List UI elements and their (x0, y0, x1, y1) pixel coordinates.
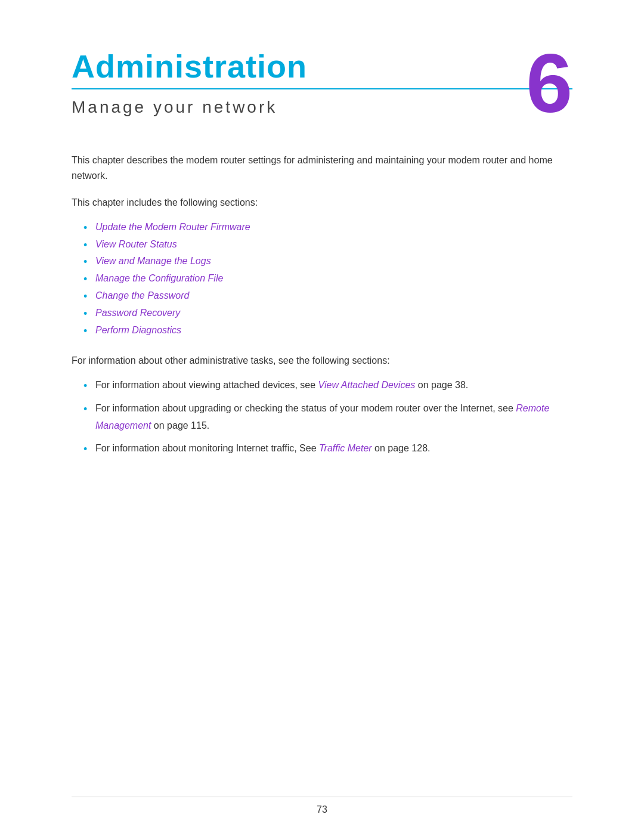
chapter-title: Administration (72, 48, 572, 85)
list-item: Manage the Configuration File (83, 270, 572, 287)
additional-bullets-list: For information about viewing attached d… (72, 377, 572, 457)
list-item: For information about upgrading or check… (83, 400, 572, 435)
section-intro: This chapter includes the following sect… (72, 195, 572, 210)
list-item: For information about monitoring Interne… (83, 440, 572, 457)
list-item: View and Manage the Logs (83, 253, 572, 270)
intro-paragraph-1: This chapter describes the modem router … (72, 153, 572, 183)
link-view-attached-devices[interactable]: View Attached Devices (318, 380, 416, 390)
link-traffic-meter[interactable]: Traffic Meter (319, 443, 372, 453)
footer-divider (72, 797, 572, 797)
link-view-router-status[interactable]: View Router Status (95, 239, 177, 249)
bullet-prefix-3: For information about monitoring Interne… (95, 443, 319, 453)
section-links-list: Update the Modem Router Firmware View Ro… (72, 219, 572, 339)
link-view-manage-logs[interactable]: View and Manage the Logs (95, 256, 211, 266)
list-item: Update the Modem Router Firmware (83, 219, 572, 236)
list-item: Password Recovery (83, 305, 572, 322)
header-section: Administration Manage your network 6 (72, 48, 572, 117)
additional-info-intro: For information about other administrati… (72, 353, 572, 368)
bullet-suffix-2: on page 115. (151, 420, 209, 431)
list-item: Perform Diagnostics (83, 322, 572, 339)
chapter-divider (72, 88, 572, 89)
chapter-subtitle: Manage your network (72, 98, 572, 117)
link-update-firmware[interactable]: Update the Modem Router Firmware (95, 222, 250, 232)
link-manage-config-file[interactable]: Manage the Configuration File (95, 273, 223, 283)
bullet-suffix-1: on page 38. (415, 380, 468, 390)
list-item: View Router Status (83, 236, 572, 253)
link-perform-diagnostics[interactable]: Perform Diagnostics (95, 325, 181, 335)
list-item: For information about viewing attached d… (83, 377, 572, 394)
bullet-prefix-2: For information about upgrading or check… (95, 403, 516, 413)
bullet-prefix-1: For information about viewing attached d… (95, 380, 318, 390)
link-change-password[interactable]: Change the Password (95, 290, 189, 301)
list-item: Change the Password (83, 287, 572, 305)
page-container: Administration Manage your network 6 Thi… (0, 0, 644, 833)
link-password-recovery[interactable]: Password Recovery (95, 308, 180, 318)
chapter-number: 6 (526, 42, 572, 125)
content-section: This chapter describes the modem router … (72, 153, 572, 457)
bullet-suffix-3: on page 128. (372, 443, 431, 453)
page-number: 73 (317, 804, 327, 815)
